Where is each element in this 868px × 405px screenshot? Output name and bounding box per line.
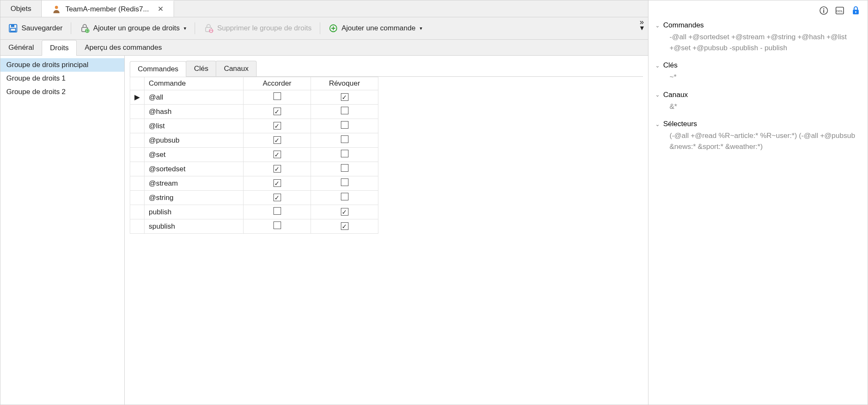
remove-rights-group-button: Supprimer le groupe de droits [200, 22, 315, 35]
overflow-button[interactable]: »▾ [640, 19, 644, 31]
checkbox[interactable] [273, 92, 281, 100]
rights-group-item[interactable]: Groupe de droits 1 [0, 72, 124, 85]
col-grant[interactable]: Accorder [244, 77, 311, 90]
cell-revoke [311, 119, 378, 133]
cell-grant: ✓ [244, 162, 311, 176]
sub-tab-bar: Général Droits Aperçu des commandes [0, 40, 648, 56]
cell-revoke [311, 162, 378, 176]
rights-group-item[interactable]: Groupe de droits 2 [0, 85, 124, 99]
section-title: Sélecteurs [663, 120, 697, 128]
tab-general[interactable]: Général [0, 40, 42, 55]
checkbox[interactable] [341, 135, 348, 143]
cell-command: @all [145, 90, 244, 105]
checkbox[interactable]: ✓ [273, 136, 281, 144]
checkbox[interactable] [273, 207, 281, 215]
inner-tab-channels[interactable]: Canaux [216, 61, 257, 76]
info-icon[interactable] [819, 5, 829, 16]
checkbox[interactable]: ✓ [341, 208, 348, 216]
section-channels-body: &* [655, 100, 861, 115]
svg-point-0 [55, 5, 58, 8]
rowmark-header [130, 77, 145, 90]
cell-command: @set [145, 148, 244, 162]
separator [320, 22, 320, 34]
file-tab-active[interactable]: TeamA-member (Redis7... ✕ [42, 0, 174, 17]
cell-revoke [311, 105, 378, 119]
rights-group-item[interactable]: Groupe de droits principal [0, 58, 124, 72]
row-indicator [130, 176, 145, 191]
file-tab-bar: Objets TeamA-member (Redis7... ✕ [0, 0, 648, 17]
row-indicator [130, 105, 145, 119]
table-row[interactable]: @pubsub✓ [130, 133, 378, 148]
cell-grant [244, 219, 311, 234]
tab-commands-preview[interactable]: Aperçu des commandes [77, 40, 170, 55]
section-commands-body: -@all +@sortedset +@stream +@string +@ha… [655, 31, 861, 56]
table-row[interactable]: @sortedset✓ [130, 162, 378, 176]
table-row[interactable]: publish✓ [130, 205, 378, 219]
table-row[interactable]: @list✓ [130, 119, 378, 133]
cell-revoke: ✓ [311, 219, 378, 234]
checkbox[interactable]: ✓ [273, 194, 281, 201]
checkbox[interactable]: ✓ [273, 151, 281, 158]
section-keys[interactable]: ⌄Clés [655, 60, 861, 71]
chevron-down-icon: ▾ [184, 25, 186, 31]
tab-label: Aperçu des commandes [85, 43, 162, 51]
row-indicator [130, 148, 145, 162]
section-channels[interactable]: ⌄Canaux [655, 89, 861, 100]
cell-command: spublish [145, 219, 244, 234]
checkbox[interactable] [341, 121, 348, 129]
table-row[interactable]: @string✓ [130, 191, 378, 205]
chevron-down-icon: ⌄ [655, 92, 660, 98]
checkbox[interactable] [341, 107, 348, 114]
plus-circle-icon [329, 24, 338, 33]
file-tab-label: Objets [11, 5, 31, 13]
ddl-icon[interactable]: DDL [835, 5, 845, 16]
svg-point-12 [823, 8, 825, 10]
cell-command: @string [145, 191, 244, 205]
user-icon [52, 5, 61, 14]
row-indicator [130, 119, 145, 133]
checkbox[interactable] [341, 150, 348, 157]
add-rights-group-button[interactable]: Ajouter un groupe de droits ▾ [76, 22, 190, 35]
checkbox[interactable]: ✓ [341, 222, 348, 230]
checkbox[interactable]: ✓ [273, 108, 281, 115]
checkbox[interactable]: ✓ [273, 122, 281, 130]
svg-rect-3 [11, 28, 16, 31]
row-indicator [130, 219, 145, 234]
tab-rights[interactable]: Droits [42, 40, 76, 56]
close-icon[interactable]: ✕ [158, 5, 163, 14]
lock-icon[interactable] [851, 5, 861, 16]
section-commands[interactable]: ⌄Commandes [655, 20, 861, 31]
section-selectors[interactable]: ⌄Sélecteurs [655, 119, 861, 130]
save-button[interactable]: Sauvegarder [5, 22, 66, 35]
chevron-down-icon: ⌄ [655, 22, 660, 29]
svg-rect-18 [855, 12, 856, 13]
checkbox[interactable]: ✓ [341, 93, 348, 101]
checkbox[interactable]: ✓ [273, 179, 281, 187]
cell-grant: ✓ [244, 148, 311, 162]
separator [195, 22, 195, 34]
inner-tab-label: Clés [194, 65, 208, 73]
inner-tab-commands[interactable]: Commandes [130, 61, 186, 77]
table-row[interactable]: @set✓ [130, 148, 378, 162]
checkbox[interactable] [341, 164, 348, 172]
col-command[interactable]: Commande [145, 77, 244, 90]
right-toolbar: DDL [648, 0, 868, 20]
tab-label: Droits [50, 44, 68, 52]
checkbox[interactable] [341, 178, 348, 186]
table-row[interactable]: @hash✓ [130, 105, 378, 119]
cell-revoke: ✓ [311, 90, 378, 105]
file-tab-objects[interactable]: Objets [0, 0, 42, 17]
row-indicator [130, 162, 145, 176]
cell-command: @pubsub [145, 133, 244, 148]
inner-tab-label: Canaux [224, 65, 249, 73]
table-row[interactable]: @stream✓ [130, 176, 378, 191]
inner-tab-keys[interactable]: Clés [186, 61, 216, 76]
save-icon [8, 23, 18, 33]
checkbox[interactable] [273, 221, 281, 229]
table-row[interactable]: ▶@all✓ [130, 90, 378, 105]
checkbox[interactable]: ✓ [273, 165, 281, 173]
table-row[interactable]: spublish✓ [130, 219, 378, 234]
col-revoke[interactable]: Révoquer [311, 77, 378, 90]
add-command-button[interactable]: Ajouter une commande ▾ [325, 22, 426, 35]
checkbox[interactable] [341, 193, 348, 200]
